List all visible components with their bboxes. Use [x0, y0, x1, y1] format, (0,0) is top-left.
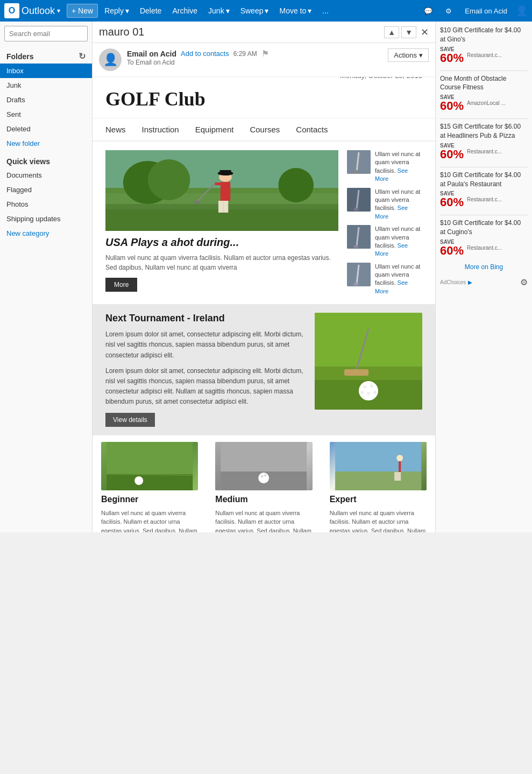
ad-item-5: $10 Gift Certificate for $4.00 at Cugino…: [440, 219, 528, 257]
ad-save-row-5: SAVE 60% Restaurant.c...: [440, 239, 528, 257]
difficulty-medium: Medium Nullam vel nunc at quam viverra f…: [207, 435, 321, 532]
news-section: USA Plays a ahot during... Nullam vel nu…: [93, 142, 435, 304]
svg-point-45: [258, 473, 269, 483]
sidebar-item-shipping[interactable]: Shipping updates: [0, 212, 92, 226]
email-time: 6:29 AM: [233, 50, 257, 58]
email-pane: mauro 01 ▲ ▼ ✕ 👤 Email on Acid Add to co…: [93, 22, 435, 532]
search-box: 🔍: [4, 26, 88, 41]
see-more-2[interactable]: See More: [375, 205, 408, 219]
email-to: To Email on Acid: [127, 59, 382, 66]
toolbar-right: 💬 ⚙ Email on Acid 👤: [420, 5, 528, 17]
ad-title-5: $10 Gift Certificate for $4.00 at Cugino…: [440, 219, 528, 237]
sidebar-item-deleted[interactable]: Deleted: [0, 122, 92, 136]
gc-header: Monday, October 25, 2013 GOLF Club: [93, 77, 435, 118]
news-side-text-2: Ullam vel nunc at quam viverra facilisis…: [375, 188, 422, 221]
settings-button[interactable]: ⚙: [441, 5, 456, 17]
news-body-text: Nullam vel nunc at quam viverra facilisi…: [105, 253, 338, 272]
close-email-button[interactable]: ✕: [421, 26, 429, 38]
refresh-icon[interactable]: ↻: [79, 51, 86, 61]
email-body: Monday, October 25, 2013 GOLF Club News …: [93, 77, 435, 532]
sidebar-item-drafts[interactable]: Drafts: [0, 93, 92, 107]
actions-button[interactable]: Actions ▾: [388, 48, 429, 62]
nav-instruction[interactable]: Instruction: [142, 125, 179, 134]
more-button[interactable]: ...: [318, 4, 333, 17]
nav-news[interactable]: News: [105, 125, 126, 134]
flag-icon[interactable]: ⚑: [261, 48, 269, 59]
svg-rect-13: [194, 201, 200, 203]
sweep-button[interactable]: Sweep ▾: [236, 4, 273, 17]
svg-point-21: [353, 208, 359, 211]
sidebar: 🔍 Folders ↻ Inbox Junk Drafts Sent Delet…: [0, 22, 93, 532]
next-email-button[interactable]: ▼: [401, 26, 416, 38]
sidebar-item-photos[interactable]: Photos: [0, 197, 92, 212]
more-button[interactable]: More: [105, 278, 137, 292]
prev-email-button[interactable]: ▲: [384, 26, 399, 38]
tournament-section: Next Tournament - Ireland Lorem ipsum do…: [93, 304, 435, 435]
expert-title: Expert: [330, 495, 427, 504]
junk-button[interactable]: Junk ▾: [204, 4, 234, 17]
news-side: Ullam vel nunc at quam viverra facilisis…: [347, 150, 422, 295]
new-category-link[interactable]: New category: [0, 226, 92, 241]
account-button[interactable]: Email on Acid: [460, 5, 512, 17]
sidebar-item-inbox[interactable]: Inbox: [0, 64, 92, 78]
sidebar-item-sent[interactable]: Sent: [0, 107, 92, 122]
email-content: Monday, October 25, 2013 GOLF Club News …: [93, 77, 435, 532]
ad-divider-4: [440, 215, 528, 215]
nav-contacts[interactable]: Contacts: [296, 125, 328, 134]
nav-courses[interactable]: Courses: [250, 125, 280, 134]
new-folder-link[interactable]: New folder: [0, 136, 92, 151]
more-on-bing-link[interactable]: More on Bing: [440, 263, 528, 271]
reply-button[interactable]: Reply ▾: [100, 4, 133, 17]
tournament-body-1: Lorem ipsum dolor sit amet, consectetur …: [105, 329, 306, 361]
chat-button[interactable]: 💬: [420, 5, 437, 17]
ad-save-row-2: SAVE 60% AmazonLocal ...: [440, 94, 528, 112]
ad-save-row-3: SAVE 60% Restaurant.c...: [440, 143, 528, 160]
gc-title: GOLF Club: [105, 88, 422, 110]
quick-views-header: Quick views: [0, 151, 92, 168]
news-side-item-3: Ullam vel nunc at quam viverra facilisis…: [347, 225, 422, 258]
svg-rect-40: [107, 474, 193, 490]
svg-rect-11: [223, 201, 228, 213]
svg-point-24: [353, 245, 359, 248]
see-more-1[interactable]: See More: [375, 167, 408, 182]
ad-settings-button[interactable]: ⚙: [520, 277, 528, 287]
new-button[interactable]: + New: [67, 4, 98, 18]
moveto-button[interactable]: Move to ▾: [275, 4, 316, 17]
difficulty-expert: Expert Nullam vel nunc at quam viverra f…: [321, 435, 435, 532]
main-layout: 🔍 Folders ↻ Inbox Junk Drafts Sent Delet…: [0, 22, 532, 532]
news-main-image: [105, 150, 338, 231]
club-image-4: [347, 263, 371, 286]
sidebar-item-flagged[interactable]: Flagged: [0, 182, 92, 197]
news-side-text-3: Ullam vel nunc at quam viverra facilisis…: [375, 225, 422, 258]
see-more-3[interactable]: See More: [375, 242, 408, 257]
see-more-4[interactable]: See More: [375, 279, 408, 294]
svg-point-50: [396, 455, 403, 461]
from-name: Email on Acid: [127, 50, 176, 58]
archive-button[interactable]: Archive: [168, 4, 202, 17]
sidebar-item-documents[interactable]: Documents: [0, 168, 92, 182]
brand-chevron[interactable]: ▾: [57, 7, 60, 15]
search-input[interactable]: [5, 26, 93, 41]
nav-equipment[interactable]: Equipment: [195, 125, 234, 134]
email-meta: 👤 Email on Acid Add to contacts 6:29 AM …: [93, 43, 435, 77]
email-nav: ▲ ▼ ✕: [384, 26, 429, 38]
ad-divider-3: [440, 167, 528, 167]
svg-point-5: [148, 159, 190, 200]
add-contact-link[interactable]: Add to contacts: [181, 50, 229, 58]
view-details-button[interactable]: View details: [105, 413, 155, 427]
svg-point-18: [353, 170, 359, 173]
delete-button[interactable]: Delete: [136, 4, 166, 17]
tournament-image: [315, 313, 422, 410]
svg-point-46: [261, 475, 264, 477]
toolbar: O Outlook ▾ + New Reply ▾ Delete Archive…: [0, 0, 532, 22]
sidebar-item-junk[interactable]: Junk: [0, 78, 92, 93]
email-subject: mauro 01: [99, 26, 384, 38]
sender-avatar: 👤: [99, 48, 122, 71]
svg-rect-8: [221, 182, 230, 201]
svg-point-34: [367, 392, 370, 395]
svg-rect-9: [215, 182, 222, 185]
svg-rect-10: [218, 201, 223, 213]
svg-point-31: [359, 381, 378, 400]
ad-title-3: $15 Gift Certificate for $6.00 at Headli…: [440, 122, 528, 140]
ads-panel: $10 Gift Certificate for $4.00 at Gino's…: [435, 22, 532, 532]
